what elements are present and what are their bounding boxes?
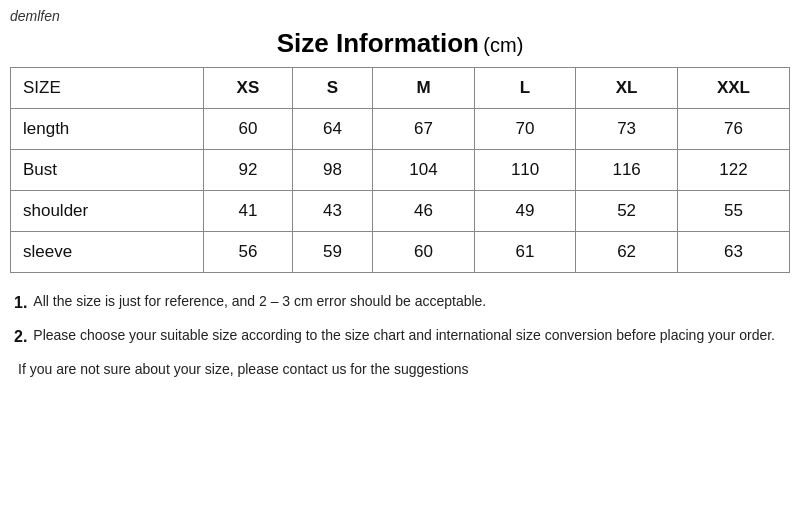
title-unit: (cm) [483, 34, 523, 56]
cell-value: 60 [203, 109, 292, 150]
col-header-l: L [474, 68, 576, 109]
notes-section: 1.All the size is just for reference, an… [10, 287, 790, 384]
note-text: All the size is just for reference, and … [33, 291, 486, 312]
size-table: SIZE XS S M L XL XXL length606467707376B… [10, 67, 790, 273]
cell-value: 64 [292, 109, 372, 150]
cell-value: 98 [292, 150, 372, 191]
cell-value: 116 [576, 150, 678, 191]
cell-value: 43 [292, 191, 372, 232]
col-header-xs: XS [203, 68, 292, 109]
cell-value: 67 [373, 109, 475, 150]
cell-value: 104 [373, 150, 475, 191]
cell-value: 70 [474, 109, 576, 150]
note-number: 1. [14, 291, 27, 315]
note-number: 2. [14, 325, 27, 349]
row-label: length [11, 109, 204, 150]
note-item-2: 2.Please choose your suitable size accor… [14, 325, 786, 349]
cell-value: 62 [576, 232, 678, 273]
cell-value: 52 [576, 191, 678, 232]
cell-value: 92 [203, 150, 292, 191]
col-header-xxl: XXL [677, 68, 789, 109]
cell-value: 60 [373, 232, 475, 273]
cell-value: 110 [474, 150, 576, 191]
col-header-xl: XL [576, 68, 678, 109]
cell-value: 61 [474, 232, 576, 273]
brand-label: demlfen [10, 8, 790, 24]
main-container: demlfen Size Information (cm) SIZE XS S … [0, 0, 800, 514]
page-title: Size Information [277, 28, 479, 58]
cell-value: 76 [677, 109, 789, 150]
table-header-row: SIZE XS S M L XL XXL [11, 68, 790, 109]
title-bar: Size Information (cm) [10, 28, 790, 59]
cell-value: 73 [576, 109, 678, 150]
table-row: shoulder414346495255 [11, 191, 790, 232]
col-header-size: SIZE [11, 68, 204, 109]
col-header-m: M [373, 68, 475, 109]
cell-value: 56 [203, 232, 292, 273]
table-row: Bust9298104110116122 [11, 150, 790, 191]
row-label: shoulder [11, 191, 204, 232]
table-row: sleeve565960616263 [11, 232, 790, 273]
cell-value: 122 [677, 150, 789, 191]
cell-value: 46 [373, 191, 475, 232]
cell-value: 63 [677, 232, 789, 273]
note-text: Please choose your suitable size accordi… [33, 325, 775, 346]
note-item-1: 1.All the size is just for reference, an… [14, 291, 786, 315]
row-label: sleeve [11, 232, 204, 273]
cell-value: 41 [203, 191, 292, 232]
row-label: Bust [11, 150, 204, 191]
cell-value: 55 [677, 191, 789, 232]
col-header-s: S [292, 68, 372, 109]
note-extra: If you are not sure about your size, ple… [18, 359, 786, 380]
cell-value: 49 [474, 191, 576, 232]
cell-value: 59 [292, 232, 372, 273]
table-row: length606467707376 [11, 109, 790, 150]
